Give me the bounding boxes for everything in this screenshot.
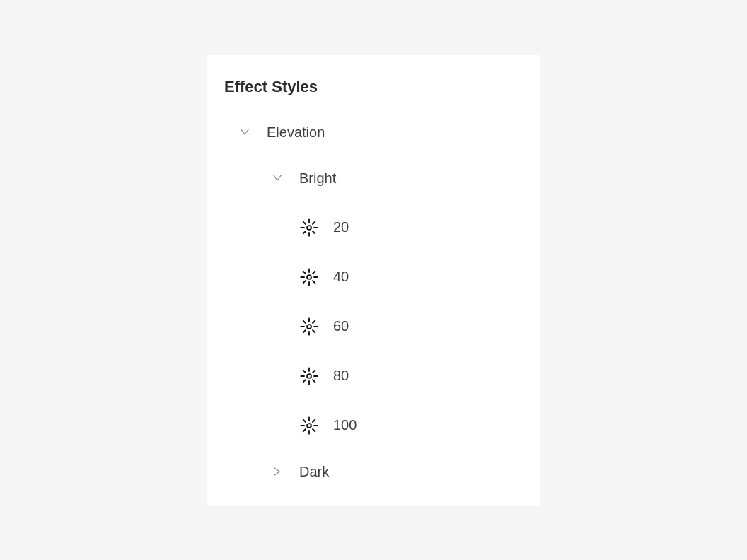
- sun-icon: [298, 365, 320, 387]
- svg-point-38: [307, 424, 311, 428]
- svg-line-37: [313, 370, 315, 372]
- svg-line-8: [313, 231, 315, 233]
- tree-item-dark[interactable]: Dark: [228, 464, 519, 480]
- svg-point-29: [307, 374, 311, 378]
- effect-styles-panel: Effect Styles Elevation Bright: [207, 55, 540, 506]
- svg-line-7: [303, 221, 306, 223]
- svg-line-36: [303, 380, 306, 382]
- svg-line-10: [313, 221, 315, 223]
- style-tree: Elevation Bright: [228, 124, 519, 480]
- sun-icon: [298, 315, 320, 338]
- tree-item-label: Dark: [299, 464, 329, 480]
- svg-line-43: [303, 419, 306, 421]
- svg-point-2: [307, 226, 311, 230]
- svg-line-45: [303, 429, 306, 431]
- effect-style-item[interactable]: 80: [228, 365, 519, 387]
- effect-style-label: 60: [333, 318, 349, 334]
- effect-style-label: 20: [333, 219, 349, 235]
- svg-line-46: [313, 419, 315, 421]
- svg-line-16: [303, 271, 306, 273]
- tree-item-label: Bright: [299, 170, 336, 187]
- effect-style-label: 80: [333, 368, 349, 384]
- effect-style-item[interactable]: 100: [228, 414, 519, 437]
- tree-item-label: Elevation: [267, 124, 325, 141]
- svg-marker-1: [273, 175, 282, 180]
- effect-style-item[interactable]: 20: [228, 216, 519, 239]
- svg-point-20: [307, 325, 311, 329]
- svg-line-27: [303, 330, 306, 332]
- chevron-right-icon: [272, 467, 282, 477]
- effect-style-label: 40: [333, 269, 349, 285]
- chevron-down-icon: [272, 173, 282, 183]
- sun-icon: [298, 216, 320, 239]
- svg-line-18: [303, 281, 306, 283]
- svg-point-11: [307, 275, 311, 279]
- svg-line-26: [313, 330, 315, 332]
- svg-marker-0: [241, 129, 249, 134]
- effect-style-item[interactable]: 60: [228, 315, 519, 338]
- svg-line-19: [313, 271, 315, 273]
- svg-line-34: [303, 370, 306, 372]
- tree-item-elevation[interactable]: Elevation: [228, 124, 519, 141]
- sun-icon: [298, 266, 320, 288]
- svg-line-25: [303, 320, 306, 322]
- chevron-down-icon: [240, 127, 250, 137]
- svg-line-17: [313, 281, 315, 283]
- sun-icon: [298, 414, 320, 437]
- panel-title: Effect Styles: [224, 78, 519, 96]
- svg-line-9: [303, 231, 306, 233]
- effect-style-item[interactable]: 40: [228, 266, 519, 288]
- svg-marker-47: [274, 467, 279, 476]
- svg-line-28: [313, 320, 315, 322]
- svg-line-35: [313, 380, 315, 382]
- effect-style-label: 100: [333, 417, 357, 433]
- svg-line-44: [313, 429, 315, 431]
- tree-item-bright[interactable]: Bright: [228, 170, 519, 187]
